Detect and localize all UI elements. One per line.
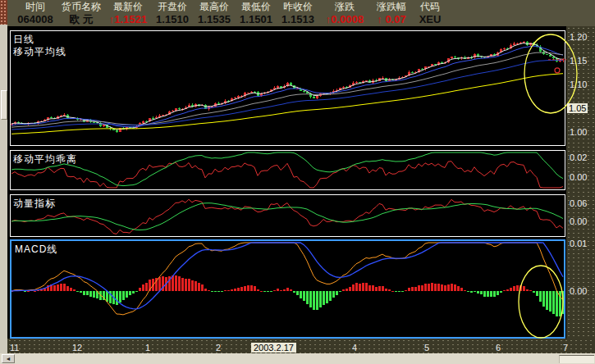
trading-app-window: 时间064008货币名称欧 元最新价↑1.1521开盘价1.1510最高价1.1… <box>0 0 595 364</box>
y-axis-label: 1.15 <box>570 56 587 66</box>
horizontal-scrollbar[interactable]: ◄ <box>0 353 595 364</box>
x-axis-label: 1 <box>145 343 150 353</box>
y-axis-label: 0.06 <box>570 198 587 208</box>
x-axis-label: 5 <box>424 343 429 353</box>
y-axis-label: 0.00 <box>570 286 587 296</box>
last-price-circle-marker <box>555 68 560 73</box>
y-axis-label: 0.00 <box>570 172 587 182</box>
y-axis-label: 0.01 <box>570 239 587 248</box>
highlight-ellipse-annotation <box>524 34 577 113</box>
y-axis-label: 1.10 <box>570 80 587 89</box>
scroll-left-button[interactable]: ◄ <box>2 354 15 363</box>
y-axis-label: 1.00 <box>570 127 587 137</box>
panel-title-macd: MACD线 <box>15 243 57 257</box>
panel-title-ma: 移动平均线 <box>13 45 66 59</box>
y-axis-label: 0.00 <box>570 216 587 226</box>
x-axis-label: 12 <box>72 343 82 353</box>
panel-title-bias: 移动平均乖离 <box>13 152 77 166</box>
x-axis-label: 2 <box>216 343 221 353</box>
x-axis-label: 2003.2.17 <box>251 343 296 353</box>
x-axis-label: 7 <box>563 343 568 353</box>
y-axis-label: 1.05 <box>567 103 588 113</box>
chart-canvas <box>0 0 595 364</box>
x-axis-label: 6 <box>496 343 501 353</box>
y-axis-label: 0.02 <box>570 152 587 162</box>
y-axis-label: 1.20 <box>570 32 587 42</box>
scrollbar-thumb[interactable] <box>559 355 594 363</box>
x-axis-label: 11 <box>10 343 19 353</box>
x-axis-label: 4 <box>352 343 357 353</box>
panel-title-momentum: 动量指标 <box>13 197 56 211</box>
